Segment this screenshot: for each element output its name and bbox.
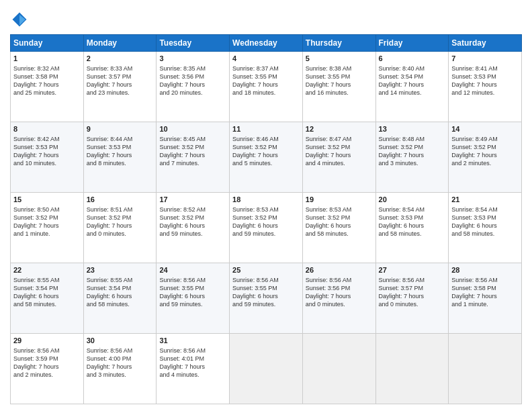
day-number: 30: [87, 336, 154, 346]
day-info: Sunrise: 8:56 AM Sunset: 3:58 PM Dayligh…: [451, 276, 519, 309]
day-number: 15: [13, 195, 81, 205]
calendar-table: SundayMondayTuesdayWednesdayThursdayFrid…: [10, 34, 522, 404]
calendar-cell: [375, 334, 449, 404]
calendar-cell: 5Sunrise: 8:38 AM Sunset: 3:55 PM Daylig…: [302, 52, 375, 122]
calendar-body: 1Sunrise: 8:32 AM Sunset: 3:58 PM Daylig…: [11, 52, 522, 404]
day-number: 2: [87, 54, 154, 64]
logo-icon: [10, 10, 29, 29]
day-number: 19: [306, 195, 373, 205]
day-number: 9: [87, 124, 154, 134]
day-number: 26: [306, 265, 373, 275]
weekday-header-sunday: Sunday: [11, 35, 84, 52]
page: SundayMondayTuesdayWednesdayThursdayFrid…: [0, 0, 532, 411]
calendar-cell: 28Sunrise: 8:56 AM Sunset: 3:58 PM Dayli…: [449, 263, 522, 334]
calendar-cell: 19Sunrise: 8:53 AM Sunset: 3:52 PM Dayli…: [302, 193, 375, 263]
day-number: 10: [159, 124, 226, 134]
day-number: 11: [232, 124, 300, 134]
day-info: Sunrise: 8:38 AM Sunset: 3:55 PM Dayligh…: [306, 64, 373, 97]
day-info: Sunrise: 8:52 AM Sunset: 3:52 PM Dayligh…: [159, 205, 226, 238]
day-info: Sunrise: 8:56 AM Sunset: 4:00 PM Dayligh…: [87, 347, 154, 379]
day-number: 28: [451, 265, 519, 275]
day-number: 23: [87, 265, 154, 275]
day-info: Sunrise: 8:55 AM Sunset: 3:54 PM Dayligh…: [87, 276, 154, 309]
weekday-header-friday: Friday: [375, 35, 449, 52]
day-info: Sunrise: 8:55 AM Sunset: 3:54 PM Dayligh…: [13, 276, 81, 309]
calendar-cell: 24Sunrise: 8:56 AM Sunset: 3:55 PM Dayli…: [157, 263, 230, 334]
day-number: 6: [379, 54, 446, 64]
day-number: 13: [379, 124, 446, 134]
day-info: Sunrise: 8:35 AM Sunset: 3:56 PM Dayligh…: [159, 64, 226, 97]
day-info: Sunrise: 8:56 AM Sunset: 3:56 PM Dayligh…: [306, 276, 373, 309]
logo: [10, 10, 32, 29]
weekday-header-wednesday: Wednesday: [230, 35, 303, 52]
calendar-week-3: 15Sunrise: 8:50 AM Sunset: 3:52 PM Dayli…: [11, 193, 522, 263]
calendar-week-1: 1Sunrise: 8:32 AM Sunset: 3:58 PM Daylig…: [11, 52, 522, 122]
calendar-cell: 13Sunrise: 8:48 AM Sunset: 3:52 PM Dayli…: [375, 122, 449, 193]
calendar-cell: 2Sunrise: 8:33 AM Sunset: 3:57 PM Daylig…: [83, 52, 157, 122]
day-info: Sunrise: 8:56 AM Sunset: 4:01 PM Dayligh…: [159, 347, 226, 379]
calendar-cell: 12Sunrise: 8:47 AM Sunset: 3:52 PM Dayli…: [302, 122, 375, 193]
day-info: Sunrise: 8:54 AM Sunset: 3:53 PM Dayligh…: [379, 205, 446, 238]
calendar-cell: 20Sunrise: 8:54 AM Sunset: 3:53 PM Dayli…: [375, 193, 449, 263]
day-number: 29: [13, 336, 81, 346]
calendar-cell: 29Sunrise: 8:56 AM Sunset: 3:59 PM Dayli…: [11, 334, 84, 404]
day-info: Sunrise: 8:50 AM Sunset: 3:52 PM Dayligh…: [13, 205, 81, 238]
calendar-header-row: SundayMondayTuesdayWednesdayThursdayFrid…: [11, 35, 522, 52]
calendar-cell: 17Sunrise: 8:52 AM Sunset: 3:52 PM Dayli…: [157, 193, 230, 263]
day-number: 27: [379, 265, 446, 275]
day-info: Sunrise: 8:44 AM Sunset: 3:53 PM Dayligh…: [87, 135, 154, 168]
weekday-header-monday: Monday: [83, 35, 157, 52]
calendar-cell: 18Sunrise: 8:53 AM Sunset: 3:52 PM Dayli…: [230, 193, 303, 263]
day-info: Sunrise: 8:32 AM Sunset: 3:58 PM Dayligh…: [13, 64, 81, 97]
day-number: 25: [232, 265, 300, 275]
day-info: Sunrise: 8:51 AM Sunset: 3:52 PM Dayligh…: [87, 205, 154, 238]
day-info: Sunrise: 8:56 AM Sunset: 3:57 PM Dayligh…: [379, 276, 446, 309]
weekday-header-saturday: Saturday: [449, 35, 522, 52]
calendar-week-5: 29Sunrise: 8:56 AM Sunset: 3:59 PM Dayli…: [11, 334, 522, 404]
calendar-cell: 22Sunrise: 8:55 AM Sunset: 3:54 PM Dayli…: [11, 263, 84, 334]
day-info: Sunrise: 8:45 AM Sunset: 3:52 PM Dayligh…: [159, 135, 226, 168]
day-info: Sunrise: 8:53 AM Sunset: 3:52 PM Dayligh…: [306, 205, 373, 238]
calendar-cell: 21Sunrise: 8:54 AM Sunset: 3:53 PM Dayli…: [449, 193, 522, 263]
calendar-cell: 4Sunrise: 8:37 AM Sunset: 3:55 PM Daylig…: [230, 52, 303, 122]
calendar-cell: 7Sunrise: 8:41 AM Sunset: 3:53 PM Daylig…: [449, 52, 522, 122]
calendar-cell: 8Sunrise: 8:42 AM Sunset: 3:53 PM Daylig…: [11, 122, 84, 193]
day-info: Sunrise: 8:54 AM Sunset: 3:53 PM Dayligh…: [451, 205, 519, 238]
day-number: 12: [306, 124, 373, 134]
day-number: 14: [451, 124, 519, 134]
day-number: 5: [306, 54, 373, 64]
calendar-cell: 1Sunrise: 8:32 AM Sunset: 3:58 PM Daylig…: [11, 52, 84, 122]
calendar-cell: 10Sunrise: 8:45 AM Sunset: 3:52 PM Dayli…: [157, 122, 230, 193]
day-number: 16: [87, 195, 154, 205]
day-info: Sunrise: 8:33 AM Sunset: 3:57 PM Dayligh…: [87, 64, 154, 97]
day-number: 22: [13, 265, 81, 275]
calendar-cell: 23Sunrise: 8:55 AM Sunset: 3:54 PM Dayli…: [83, 263, 157, 334]
day-number: 18: [232, 195, 300, 205]
day-number: 20: [379, 195, 446, 205]
day-info: Sunrise: 8:40 AM Sunset: 3:54 PM Dayligh…: [379, 64, 446, 97]
day-info: Sunrise: 8:48 AM Sunset: 3:52 PM Dayligh…: [379, 135, 446, 168]
calendar-cell: 27Sunrise: 8:56 AM Sunset: 3:57 PM Dayli…: [375, 263, 449, 334]
day-number: 21: [451, 195, 519, 205]
day-number: 24: [159, 265, 226, 275]
calendar-cell: [449, 334, 522, 404]
day-info: Sunrise: 8:49 AM Sunset: 3:52 PM Dayligh…: [451, 135, 519, 168]
calendar-cell: 6Sunrise: 8:40 AM Sunset: 3:54 PM Daylig…: [375, 52, 449, 122]
header: [10, 10, 522, 29]
day-info: Sunrise: 8:37 AM Sunset: 3:55 PM Dayligh…: [232, 64, 300, 97]
day-number: 3: [159, 54, 226, 64]
calendar-cell: 14Sunrise: 8:49 AM Sunset: 3:52 PM Dayli…: [449, 122, 522, 193]
day-info: Sunrise: 8:56 AM Sunset: 3:55 PM Dayligh…: [159, 276, 226, 309]
calendar-cell: 15Sunrise: 8:50 AM Sunset: 3:52 PM Dayli…: [11, 193, 84, 263]
day-info: Sunrise: 8:46 AM Sunset: 3:52 PM Dayligh…: [232, 135, 300, 168]
calendar-cell: [230, 334, 303, 404]
weekday-header-tuesday: Tuesday: [157, 35, 230, 52]
calendar-cell: 26Sunrise: 8:56 AM Sunset: 3:56 PM Dayli…: [302, 263, 375, 334]
day-number: 8: [13, 124, 81, 134]
day-info: Sunrise: 8:56 AM Sunset: 3:55 PM Dayligh…: [232, 276, 300, 309]
day-number: 4: [232, 54, 300, 64]
day-info: Sunrise: 8:41 AM Sunset: 3:53 PM Dayligh…: [451, 64, 519, 97]
day-number: 31: [159, 336, 226, 346]
calendar-cell: 31Sunrise: 8:56 AM Sunset: 4:01 PM Dayli…: [157, 334, 230, 404]
day-number: 1: [13, 54, 81, 64]
